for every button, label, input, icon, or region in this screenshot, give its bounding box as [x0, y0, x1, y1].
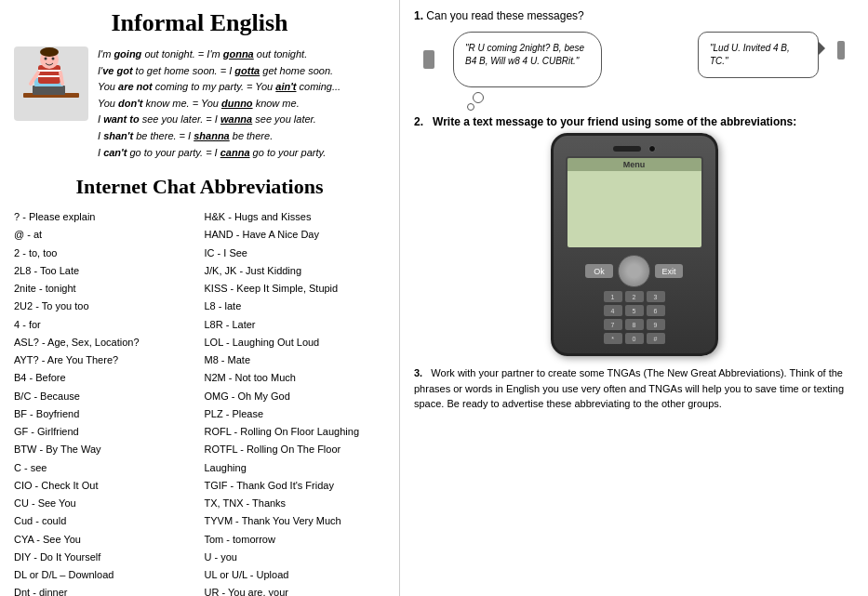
list-item: M8 - Mate: [205, 351, 386, 369]
svg-point-10: [45, 58, 47, 60]
phone-key-2[interactable]: 2: [625, 291, 644, 302]
abbrev-col-1: ? - Please explain@ - at2 - to, too2L8 -…: [14, 208, 195, 596]
phone-controls: Ok Exit: [585, 255, 683, 287]
list-item: Tom - tomorrow: [205, 531, 386, 549]
phone-top-area: [613, 145, 656, 152]
list-item: CYA - See You: [14, 531, 195, 549]
phone-screen: Menu: [566, 156, 703, 249]
list-item: ROFL - Rolling On Floor Laughing: [205, 423, 386, 441]
list-item: LOL - Laughing Out Loud: [205, 334, 386, 351]
phone-key-1[interactable]: 1: [604, 291, 622, 302]
list-item: 2nite - tonight: [14, 280, 195, 298]
list-item: ROTFL - Rolling On The Floor Laughing: [205, 441, 386, 477]
svg-line-9: [60, 73, 62, 84]
right-panel: 1. Can you read these messages? "R U com…: [400, 0, 868, 596]
list-item: AYT? - Are You There?: [14, 351, 195, 369]
question-1: 1. Can you read these messages?: [414, 9, 854, 22]
speech-bubbles-area: "R U coming 2night? B, bese B4 B, Will w…: [414, 22, 854, 97]
phone-key-7[interactable]: 7: [604, 319, 622, 330]
phone-container: Menu Ok Exit 1 2 3 4 5 6 7 8 9 * 0 #: [414, 133, 854, 356]
phone-key-9[interactable]: 9: [647, 319, 665, 330]
phone-key-5[interactable]: 5: [625, 305, 644, 316]
list-item: IC - I See: [205, 245, 386, 262]
abbreviations-container: ? - Please explain@ - at2 - to, too2L8 -…: [14, 208, 385, 596]
list-item: 2L8 - Too Late: [14, 262, 195, 280]
phone-speaker: [613, 146, 641, 152]
q2-container: 2. Write a text message to your friend u…: [414, 115, 854, 128]
list-item: 4 - for: [14, 316, 195, 334]
phone-left-icon: [423, 50, 434, 69]
phone-exit-button[interactable]: Exit: [655, 264, 683, 278]
phone-key-star[interactable]: *: [604, 333, 622, 344]
q1-text: Can you read these messages?: [426, 9, 583, 22]
list-item: B/C - Because: [14, 388, 195, 405]
list-item: H&K - Hugs and Kisses: [205, 208, 386, 226]
svg-point-7: [40, 47, 59, 57]
left-panel: Informal English: [0, 0, 400, 596]
list-item: UL or U/L - Upload: [205, 566, 386, 584]
list-item: Cud - could: [14, 512, 195, 530]
list-item: 2U2 - To you too: [14, 298, 195, 315]
q3-container: 3. Work with your partner to create some…: [414, 365, 854, 412]
list-item: TGIF - Thank God It's Friday: [205, 477, 386, 495]
phone-keypad: 1 2 3 4 5 6 7 8 9 * 0 #: [604, 291, 665, 344]
list-item: Dnt - dinner: [14, 584, 195, 596]
q3-label: 3.: [414, 367, 422, 378]
student-image: [14, 46, 88, 121]
reply-bubble-right: "Lud U. Invited 4 B, TC.": [698, 32, 819, 78]
q2-text: Write a text message to your friend usin…: [433, 115, 796, 128]
list-item: ? - Please explain: [14, 208, 195, 226]
list-item: L8R - Later: [205, 316, 386, 334]
list-item: BF - Boyfriend: [14, 405, 195, 423]
abbrev-col-2: H&K - Hugs and KissesHAND - Have A Nice …: [205, 208, 386, 596]
list-item: @ - at: [14, 226, 195, 244]
list-item: TYVM - Thank You Very Much: [205, 512, 386, 530]
list-item: BTW - By The Way: [14, 441, 195, 458]
list-item: HAND - Have A Nice Day: [205, 226, 386, 244]
list-item: C - see: [14, 459, 195, 477]
phone-key-8[interactable]: 8: [625, 319, 644, 330]
list-item: OMG - Oh My God: [205, 388, 386, 405]
q2-label: 2.: [414, 115, 423, 128]
list-item: B4 - Before: [14, 369, 195, 387]
list-item: ASL? - Age, Sex, Location?: [14, 334, 195, 351]
list-item: KISS - Keep It Simple, Stupid: [205, 280, 386, 298]
list-item: DL or D/L – Download: [14, 566, 195, 584]
list-item: UR - You are, your: [205, 584, 386, 596]
informal-text: I'm going out tonight. = I'm gonna out t…: [98, 46, 341, 161]
phone-camera: [648, 145, 656, 152]
phone-nav-button[interactable]: [618, 255, 650, 287]
main-title: Informal English: [14, 9, 385, 37]
list-item: U - you: [205, 549, 386, 566]
phone-menu-bar: Menu: [568, 158, 701, 171]
abbrev-title: Internet Chat Abbreviations: [14, 175, 385, 199]
list-item: J/K, JK - Just Kidding: [205, 262, 386, 280]
phone-key-hash[interactable]: #: [647, 333, 665, 344]
q1-label: 1.: [414, 9, 423, 22]
svg-rect-1: [33, 86, 65, 95]
list-item: 2 - to, too: [14, 245, 195, 262]
phone-key-6[interactable]: 6: [647, 305, 665, 316]
list-item: CU - See You: [14, 495, 195, 512]
thought-bubble-left: "R U coming 2night? B, bese B4 B, Will w…: [453, 32, 602, 87]
q3-text: Work with your partner to create some TN…: [414, 367, 844, 409]
phone-key-0[interactable]: 0: [625, 333, 644, 344]
list-item: CIO - Check It Out: [14, 477, 195, 495]
list-item: DIY - Do It Yourself: [14, 549, 195, 566]
list-item: GF - Girlfriend: [14, 423, 195, 441]
phone-key-4[interactable]: 4: [604, 305, 622, 316]
phone-right-icon: [837, 41, 845, 60]
list-item: PLZ - Please: [205, 405, 386, 423]
informal-section: I'm going out tonight. = I'm gonna out t…: [14, 46, 385, 161]
mobile-phone: Menu Ok Exit 1 2 3 4 5 6 7 8 9 * 0 #: [551, 133, 718, 356]
phone-key-3[interactable]: 3: [647, 291, 665, 302]
phone-ok-button[interactable]: Ok: [585, 264, 613, 278]
list-item: L8 - late: [205, 298, 386, 315]
list-item: N2M - Not too Much: [205, 369, 386, 387]
svg-point-11: [52, 58, 55, 60]
list-item: TX, TNX - Thanks: [205, 495, 386, 512]
